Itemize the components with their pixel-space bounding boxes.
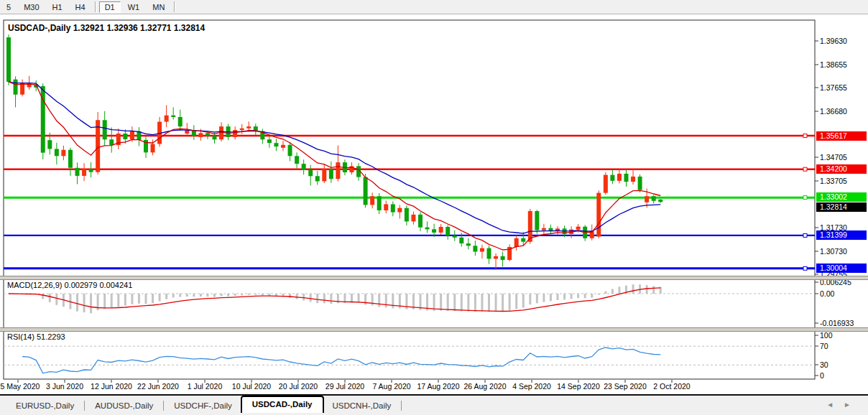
time-axis-label: 14 Sep 2020 [557, 382, 600, 391]
tab-separator [163, 401, 164, 411]
price-axis-label: 1.36680 [820, 107, 847, 116]
level-price-label: 1.31399 [816, 230, 867, 240]
candle [624, 174, 629, 182]
candle [370, 196, 374, 205]
candle [480, 248, 484, 252]
macd-indicator-label: MACD(12,26,9) 0.002979 0.004241 [7, 281, 132, 289]
rsi-line [22, 348, 660, 373]
line-drag-handle[interactable] [803, 266, 807, 270]
candle [631, 177, 635, 182]
time-axis-label: 12 Jun 2020 [91, 382, 132, 391]
tab-usdcnh[interactable]: USDCNH-,Daily [324, 398, 400, 413]
time-axis-label: 7 Aug 2020 [372, 382, 410, 391]
chart-tab-bar: EURUSD-,Daily AUDUSD-,Daily USDCHF-,Dail… [0, 396, 868, 415]
candle [6, 37, 11, 82]
candle [596, 193, 601, 237]
line-drag-handle[interactable] [803, 167, 807, 171]
tab-audusd[interactable]: AUDUSD-,Daily [86, 398, 162, 413]
level-price-label: 1.30004 [816, 264, 867, 273]
candle [75, 168, 80, 176]
candle [288, 145, 292, 156]
time-axis-label: 17 Aug 2020 [417, 382, 460, 391]
price-axis-label: 1.38655 [820, 60, 847, 69]
ma-line-fast [9, 82, 660, 250]
macd-axis-label: 0.00 [820, 289, 834, 298]
candle [213, 136, 217, 139]
candle [658, 200, 662, 202]
candle [364, 177, 368, 205]
mt4-chart-window: 5 M30 H1 H4 D1 W1 MN USDCAD-,Daily 1.329… [0, 0, 868, 415]
candle [418, 215, 423, 228]
candle [82, 169, 86, 176]
candle [521, 238, 525, 242]
tab-scroll-left-icon[interactable]: ◄ [826, 401, 844, 409]
candle [55, 149, 59, 156]
line-drag-handle[interactable] [803, 196, 807, 200]
tab-scroll-arrows: ◄► [826, 401, 861, 409]
candle [610, 175, 614, 181]
candle [96, 120, 100, 172]
price-axis-label: 1.30730 [820, 247, 847, 256]
level-price-label: 1.34200 [816, 164, 867, 174]
candle [315, 176, 320, 181]
price-axis-label: 1.33705 [820, 177, 847, 185]
candle [109, 139, 114, 145]
candle [453, 236, 457, 238]
time-axis-label: 20 Jul 2020 [279, 382, 318, 391]
macd-axis-label: -0.016933 [820, 319, 854, 327]
candle [576, 227, 581, 230]
time-axis-label: 3 Jun 2020 [46, 382, 83, 391]
candle [542, 228, 546, 230]
chart-canvas[interactable] [0, 0, 868, 395]
time-axis-label: 10 Jul 2020 [232, 382, 271, 391]
rsi-axis-label: 0 [820, 371, 824, 380]
ma-line-slow [9, 82, 660, 233]
time-axis-label: 1 Jul 2020 [188, 382, 222, 391]
candle [322, 169, 326, 181]
candle [638, 177, 642, 190]
tab-usdcad[interactable]: USDCAD-,Daily [241, 396, 324, 413]
rsi-indicator-label: RSI(14) 51.2293 [7, 332, 65, 341]
candle [405, 208, 409, 222]
line-drag-handle[interactable] [803, 134, 807, 138]
tab-eurusd[interactable]: EURUSD-,Daily [7, 398, 83, 413]
candle [384, 204, 388, 210]
candle [487, 248, 491, 259]
candle [302, 164, 306, 170]
candle [645, 196, 649, 202]
candle [411, 215, 415, 222]
candle [336, 162, 340, 179]
candle [501, 256, 505, 260]
candle [281, 145, 285, 148]
candle [473, 246, 477, 251]
candle [267, 139, 272, 143]
candle [47, 140, 52, 149]
price-axis-label: 1.34705 [820, 153, 847, 162]
candle [123, 134, 127, 139]
line-drag-handle[interactable] [803, 233, 807, 237]
panel-splitter[interactable] [0, 327, 868, 332]
panel-splitter[interactable] [0, 276, 868, 280]
candle [206, 133, 210, 136]
candle [425, 228, 430, 230]
candle [377, 196, 382, 210]
rsi-axis-label: 70 [820, 342, 828, 350]
candle [535, 211, 539, 230]
rsi-axis-label: 30 [820, 360, 828, 369]
candle [514, 238, 519, 247]
candle [165, 116, 169, 122]
time-axis-label: 23 Sep 2020 [604, 382, 647, 391]
macd-signal-line [9, 288, 660, 312]
candle [89, 169, 93, 172]
time-axis-label: 2 Oct 2020 [653, 382, 690, 391]
tab-usdchf[interactable]: USDCHF-,Daily [165, 398, 241, 413]
candle [329, 169, 333, 179]
level-price-label: 1.35617 [816, 131, 867, 141]
time-axis-label: 26 Aug 2020 [464, 382, 507, 391]
chart-ohlc-title: USDCAD-,Daily 1.32921 1.32936 1.32771 1.… [8, 23, 205, 33]
tab-scroll-right-icon[interactable]: ► [844, 401, 861, 409]
candle [391, 204, 395, 212]
candle [246, 126, 251, 129]
candle [233, 130, 237, 137]
current-price-label: 1.32814 [816, 202, 867, 212]
